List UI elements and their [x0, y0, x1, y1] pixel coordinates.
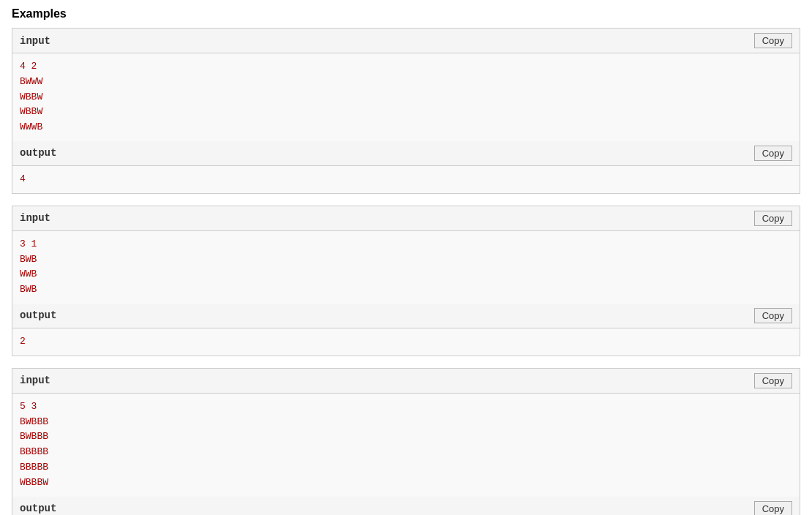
output-header-1: outputCopy [12, 141, 800, 166]
input-copy-button-2[interactable]: Copy [754, 211, 792, 226]
input-line: 3 1 [20, 237, 792, 252]
input-line: WWB [20, 267, 792, 282]
input-content-1: 4 2BWWWWBBWWBBWWWWB [12, 53, 800, 141]
input-content-2: 3 1BWBWWBBWB [12, 231, 800, 304]
input-line: BWB [20, 252, 792, 268]
input-copy-button-1[interactable]: Copy [754, 33, 792, 48]
input-label-1: input [20, 35, 51, 47]
output-line: 4 [20, 172, 792, 187]
input-line: 5 3 [20, 399, 792, 415]
input-copy-button-3[interactable]: Copy [754, 373, 792, 388]
input-line: WBBW [20, 90, 792, 105]
input-label-2: input [20, 212, 51, 224]
output-label-1: output [20, 147, 56, 159]
input-line: BBBBB [20, 460, 792, 475]
example-block-3: inputCopy5 3BWBBBBWBBBBBBBBBBBBBWBBBWout… [12, 368, 800, 515]
input-line: BWWW [20, 75, 792, 90]
example-block-1: inputCopy4 2BWWWWBBWWBBWWWWBoutputCopy4 [12, 28, 800, 194]
input-line: 4 2 [20, 59, 792, 75]
output-header-3: outputCopy [12, 497, 800, 515]
input-line: BWB [20, 282, 792, 298]
input-label-3: input [20, 375, 51, 386]
input-line: WWWB [20, 120, 792, 135]
input-line: WBBW [20, 105, 792, 120]
output-label-3: output [20, 503, 56, 514]
output-content-1: 4 [12, 166, 800, 193]
input-line: BWBBB [20, 415, 792, 430]
input-header-1: inputCopy [12, 29, 800, 53]
output-copy-button-3[interactable]: Copy [754, 501, 792, 515]
output-line: 2 [20, 334, 792, 350]
input-header-2: inputCopy [12, 206, 800, 231]
input-line: BBBBB [20, 445, 792, 460]
output-header-2: outputCopy [12, 304, 800, 328]
input-header-3: inputCopy [12, 369, 800, 394]
example-block-2: inputCopy3 1BWBWWBBWBoutputCopy2 [12, 206, 800, 356]
output-copy-button-2[interactable]: Copy [754, 308, 792, 323]
input-line: BWBBB [20, 429, 792, 445]
input-line: WBBBW [20, 475, 792, 491]
page-title: Examples [12, 7, 800, 20]
input-content-3: 5 3BWBBBBWBBBBBBBBBBBBBWBBBW [12, 394, 800, 497]
output-label-2: output [20, 309, 56, 321]
output-copy-button-1[interactable]: Copy [754, 146, 792, 161]
output-content-2: 2 [12, 328, 800, 356]
